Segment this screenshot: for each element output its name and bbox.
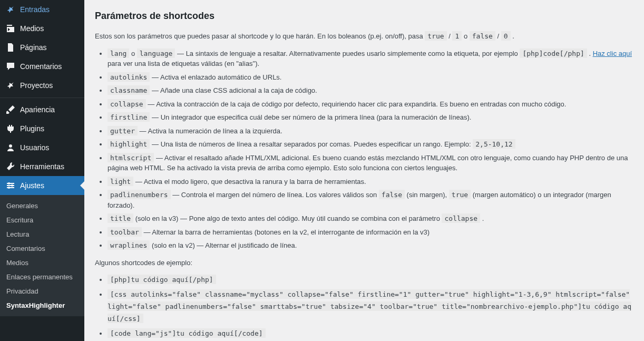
param-item: gutter — Activa la numeración de línea a… — [108, 126, 633, 137]
param-item: autolinks — Activa el enlazado automátic… — [108, 72, 633, 83]
code-true: true — [425, 31, 446, 41]
param-code: collapse — [108, 99, 146, 109]
svg-point-5 — [11, 184, 13, 187]
sidebar-item-proyectos[interactable]: Proyectos — [0, 76, 84, 95]
svg-point-0 — [9, 144, 12, 148]
example-item: [code lang="js"]tu código aquí[/code] — [108, 328, 633, 339]
param-code: false — [379, 190, 405, 199]
sidebar-item-apariencia[interactable]: Apariencia — [0, 100, 84, 119]
code-false: false — [470, 31, 495, 41]
sidebar-item-ajustes[interactable]: Ajustes — [0, 176, 84, 195]
param-code: highlight — [108, 139, 150, 149]
param-code: padlinenumbers — [108, 190, 171, 199]
submenu-item-generales[interactable]: Generales — [0, 199, 84, 213]
section-heading: Parámetros de shortcodes — [95, 11, 633, 22]
sidebar-item-páginas[interactable]: Páginas — [0, 38, 84, 57]
user-icon — [5, 142, 16, 153]
param-code: true — [449, 190, 471, 199]
param-item: htmlscript — Activar el resaltado añade … — [108, 153, 633, 173]
param-item: padlinenumbers — Controla el margen del … — [108, 190, 633, 210]
sidebar-item-medios[interactable]: Medios — [0, 19, 84, 38]
intro-paragraph: Estos son los parámetros que puedes pasa… — [95, 31, 633, 42]
admin-sidebar: EntradasMediosPáginasComentariosProyecto… — [0, 0, 84, 341]
sidebar-item-label: Ajustes — [20, 181, 44, 190]
code-one: 1 — [452, 31, 462, 41]
param-code: title — [108, 213, 133, 223]
submenu-item-comentarios[interactable]: Comentarios — [0, 241, 84, 256]
svg-point-6 — [8, 187, 10, 189]
example-item: [css autolinks="false" classname="myclas… — [108, 288, 633, 325]
example-code: [php]tu código aquí[/php] — [108, 275, 216, 284]
param-code: language — [137, 48, 175, 58]
sidebar-item-label: Apariencia — [20, 105, 55, 114]
submenu-item-privacidad[interactable]: Privacidad — [0, 284, 84, 298]
submenu-item-escritura[interactable]: Escritura — [0, 213, 84, 227]
submenu-item-syntaxhighlighter[interactable]: SyntaxHighlighter — [0, 298, 84, 313]
param-code: firstline — [108, 112, 150, 122]
sidebar-item-label: Usuarios — [20, 143, 49, 152]
tools-icon — [5, 161, 16, 172]
sidebar-item-label: Entradas — [20, 5, 50, 14]
code-zero: 0 — [501, 31, 511, 41]
param-code: lang — [108, 48, 129, 58]
param-item: toolbar — Alternar la barra de herramien… — [108, 227, 633, 238]
pin-icon — [5, 4, 16, 15]
sidebar-item-entradas[interactable]: Entradas — [0, 0, 84, 19]
param-item: firstline — Un integrador que especifica… — [108, 112, 633, 123]
param-code: htmlscript — [108, 153, 154, 162]
sidebar-item-label: Proyectos — [20, 81, 53, 90]
param-code: collapse — [442, 213, 480, 223]
sidebar-item-herramientas[interactable]: Herramientas — [0, 157, 84, 176]
sidebar-item-label: Páginas — [20, 43, 47, 52]
param-item: lang o language — La sintaxis de lenguaj… — [108, 48, 633, 69]
param-code: [php]code[/php] — [520, 48, 587, 58]
param-code: gutter — [108, 126, 138, 135]
param-item: title (solo en la v3) — Pone algo de tex… — [108, 213, 633, 224]
param-code: light — [108, 177, 133, 186]
plugin-icon — [5, 123, 16, 134]
parameter-list: lang o language — La sintaxis de lenguaj… — [108, 48, 633, 251]
examples-list: [php]tu código aquí[/php][css autolinks=… — [108, 275, 633, 341]
param-code: toolbar — [108, 227, 142, 237]
svg-point-4 — [8, 182, 10, 184]
brush-icon — [5, 104, 16, 115]
sidebar-item-comentarios[interactable]: Comentarios — [0, 57, 84, 76]
submenu-item-medios[interactable]: Medios — [0, 256, 84, 270]
sidebar-item-label: Plugins — [20, 124, 44, 133]
example-code: [code lang="js"]tu código aquí[/code] — [108, 328, 266, 338]
param-item: light — Activa el modo ligero, que desac… — [108, 177, 633, 187]
param-item: wraplines (solo en la v2) — Alternar el … — [108, 240, 633, 251]
param-code: autolinks — [108, 72, 150, 82]
sidebar-item-label: Medios — [20, 24, 44, 33]
example-code: [css autolinks="false" classname="myclas… — [108, 289, 631, 324]
submenu-item-lectura[interactable]: Lectura — [0, 227, 84, 241]
sidebar-item-usuarios[interactable]: Usuarios — [0, 138, 84, 157]
main-content: Parámetros de shortcodes Estos son los p… — [84, 0, 644, 341]
param-code: classname — [108, 85, 150, 95]
sidebar-item-label: Comentarios — [20, 62, 62, 71]
param-code: wraplines — [108, 240, 150, 250]
param-item: classname — Añade una clase CSS adiciona… — [108, 85, 633, 96]
param-code: 2,5-10,12 — [473, 139, 515, 149]
pin-icon — [5, 80, 16, 91]
settings-submenu: GeneralesEscrituraLecturaComentariosMedi… — [0, 195, 84, 316]
example-item: [php]tu código aquí[/php] — [108, 275, 633, 285]
comment-icon — [5, 61, 16, 72]
help-link[interactable]: Haz clic aquí — [593, 50, 632, 57]
sidebar-item-plugins[interactable]: Plugins — [0, 119, 84, 138]
media-icon — [5, 23, 16, 34]
examples-intro: Algunos shortcodes de ejemplo: — [95, 258, 633, 268]
sidebar-item-label: Herramientas — [20, 162, 64, 171]
param-item: collapse — Activa la contracción de la c… — [108, 99, 633, 110]
param-item: highlight — Una lista de números de líne… — [108, 139, 633, 150]
pages-icon — [5, 42, 16, 53]
submenu-item-enlaces-permanentes[interactable]: Enlaces permanentes — [0, 270, 84, 284]
settings-icon — [5, 180, 16, 191]
